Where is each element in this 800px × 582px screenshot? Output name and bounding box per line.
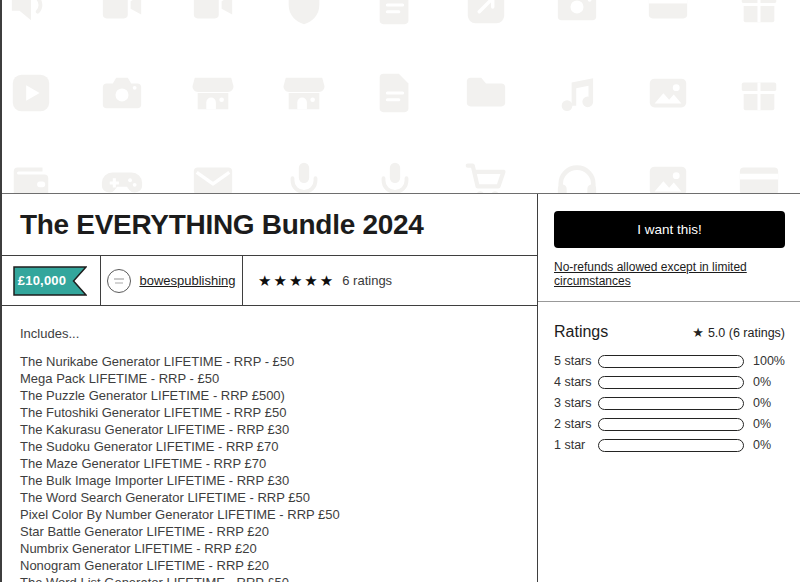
sidebar-divider [538,301,800,302]
price-tag: £10,000 [13,266,87,296]
rating-distribution-row: 3 stars 0% [554,396,785,410]
description-line: The Nurikabe Generator LIFETIME - RRP - … [20,353,517,370]
rating-row-label: 4 stars [554,375,598,389]
rating-cell: ★★★★★ 6 ratings [243,256,537,305]
rating-row-label: 3 stars [554,396,598,410]
ratings-summary-text: 5.0 (6 ratings) [708,326,785,340]
rating-row-label: 2 stars [554,417,598,431]
product-description: Includes... The Nurikabe Generator LIFET… [0,306,537,582]
description-line: Numbrix Generator LIFETIME - RRP £20 [20,540,517,557]
rating-bar-track [598,418,744,431]
window-left-edge [0,0,2,582]
rating-bar-track [598,355,744,368]
rating-row-percent: 0% [753,396,785,410]
description-line: The Sudoku Generator LIFETIME - RRP £70 [20,438,517,455]
ratings-count-label: 6 ratings [342,273,392,288]
description-line: The Bulk Image Importer LIFETIME - RRP £… [20,472,517,489]
description-intro: Includes... [20,325,517,342]
refund-policy-link[interactable]: No-refunds allowed except in limited cir… [554,260,785,288]
description-line: The Puzzle Generator LIFETIME - RRP £500… [20,387,517,404]
rating-distribution: 5 stars 100% 4 stars 0% 3 stars 0% 2 sta… [554,354,785,452]
rating-row-percent: 0% [753,438,785,452]
rating-bar-track [598,397,744,410]
product-title-row: The EVERYTHING Bundle 2024 [0,194,537,256]
description-line: The Word Search Generator LIFETIME - RRP… [20,489,517,506]
i-want-this-button[interactable]: I want this! [554,211,785,248]
star-icon: ★ [692,326,704,339]
description-line: Mega Pack LIFETIME - RRP - £50 [20,370,517,387]
rating-distribution-row: 5 stars 100% [554,354,785,368]
description-line: Nonogram Generator LIFETIME - RRP £20 [20,557,517,574]
seller-avatar [107,269,131,293]
rating-row-percent: 0% [753,417,785,431]
description-line: The Kakurasu Generator LIFETIME - RRP £3… [20,421,517,438]
purchase-sidebar: I want this! No-refunds allowed except i… [538,194,800,582]
rating-row-label: 1 star [554,438,598,452]
description-line: The Futoshiki Generator LIFETIME - RRP £… [20,404,517,421]
rating-bar-track [598,376,744,389]
rating-distribution-row: 4 stars 0% [554,375,785,389]
rating-distribution-row: 1 star 0% [554,438,785,452]
description-line: Star Battle Generator LIFETIME - RRP £20 [20,523,517,540]
seller-cell: bowespublishing [101,256,243,305]
rating-row-percent: 100% [753,354,785,368]
seller-link[interactable]: bowespublishing [139,273,235,288]
product-info-row: £10,000 bowespublishing ★★★★★ 6 ratings [0,256,537,306]
description-line: The Word List Generator LIFETIME - RRP £… [20,574,517,582]
rating-bar-track [598,439,744,452]
ratings-heading: Ratings [554,323,608,341]
rating-row-percent: 0% [753,375,785,389]
background-pattern-area [0,0,800,193]
ratings-header: Ratings ★ 5.0 (6 ratings) [554,323,785,341]
star-rating-icons: ★★★★★ [258,273,335,288]
ratings-summary: ★ 5.0 (6 ratings) [692,326,785,340]
price-label: £10,000 [13,266,71,296]
product-title: The EVERYTHING Bundle 2024 [20,210,517,240]
description-line: The Maze Generator LIFETIME - RRP £70 [20,455,517,472]
main-content-row: The EVERYTHING Bundle 2024 £10,000 bowes… [0,193,800,582]
product-card: The EVERYTHING Bundle 2024 £10,000 bowes… [0,194,538,582]
price-cell: £10,000 [0,256,101,305]
rating-row-label: 5 stars [554,354,598,368]
rating-distribution-row: 2 stars 0% [554,417,785,431]
description-line: Pixel Color By Number Generator LIFETIME… [20,506,517,523]
background-icon-pattern [0,0,800,193]
